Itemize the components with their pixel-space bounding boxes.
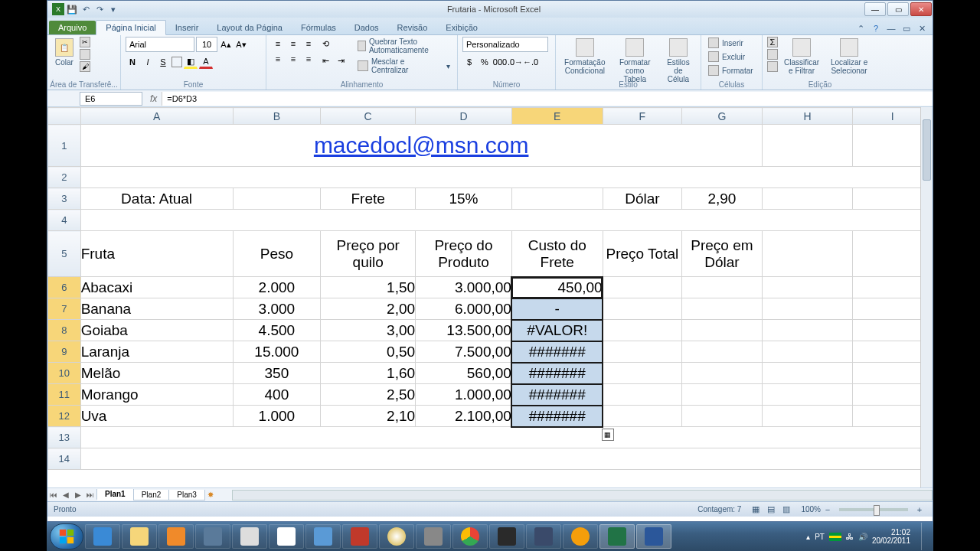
align-top-icon[interactable]: ≡ [271, 37, 285, 51]
scrollbar-thumb[interactable] [923, 119, 931, 181]
sheet-nav-next-icon[interactable]: ▶ [72, 491, 84, 499]
currency-icon[interactable]: $ [462, 55, 476, 69]
increase-decimal-icon[interactable]: .0→ [508, 55, 522, 69]
sheet-tab-plan3[interactable]: Plan3 [168, 490, 205, 500]
wrap-text-button[interactable]: Quebrar Texto Automaticamente [355, 37, 452, 55]
copy-icon[interactable] [80, 49, 90, 60]
show-desktop-button[interactable] [921, 523, 930, 550]
comma-icon[interactable]: 000 [493, 55, 507, 69]
cell-A3[interactable]: Data: Atual [80, 188, 233, 210]
merge-center-button[interactable]: Mesclar e Centralizar▾ [355, 57, 452, 75]
task-word[interactable] [636, 524, 671, 549]
decrease-indent-icon[interactable]: ⇤ [318, 54, 332, 67]
mdi-min-icon[interactable]: — [885, 22, 897, 34]
cut-icon[interactable]: ✂ [80, 37, 90, 47]
border-button[interactable] [172, 57, 182, 67]
sheet-tab-plan1[interactable]: Plan1 [96, 489, 134, 500]
col-D[interactable]: D [416, 108, 512, 125]
conditional-formatting-button[interactable]: Formatação Condicional [560, 37, 609, 77]
task-moviemaker[interactable] [232, 524, 267, 549]
task-app4[interactable] [416, 524, 451, 549]
task-ie[interactable] [85, 524, 120, 549]
task-browser2[interactable] [305, 524, 341, 549]
sheet-nav-first-icon[interactable]: ⏮ [47, 491, 60, 499]
qat-dropdown-icon[interactable]: ▾ [107, 3, 119, 15]
fx-icon[interactable]: fx [145, 93, 162, 104]
number-format-select[interactable] [462, 37, 548, 52]
select-all-button[interactable] [48, 108, 81, 125]
hdr-preco-total[interactable]: Preço Total [603, 231, 682, 277]
name-box[interactable] [80, 92, 142, 106]
task-calendar[interactable] [269, 524, 304, 549]
tab-insert[interactable]: Inserir [166, 21, 208, 34]
title-cell[interactable]: macedocl@msn.com [80, 125, 762, 167]
col-B[interactable]: B [233, 108, 321, 125]
help-icon[interactable]: ? [870, 22, 882, 34]
fill-icon[interactable] [767, 49, 778, 60]
view-layout-icon[interactable]: ▤ [764, 503, 778, 517]
task-camera[interactable] [489, 524, 524, 549]
tray-flag-icon[interactable] [829, 533, 841, 541]
task-avast[interactable] [563, 524, 598, 549]
col-G[interactable]: G [682, 108, 763, 125]
maximize-button[interactable]: ▭ [887, 2, 909, 16]
align-left-icon[interactable]: ≡ [271, 52, 285, 66]
spreadsheet-grid[interactable]: A B C D E F G H I 1 macedocl@msn.com 2 3… [47, 107, 933, 487]
orientation-icon[interactable]: ⟲ [318, 37, 332, 51]
italic-button[interactable]: I [141, 55, 155, 69]
task-app3[interactable] [342, 524, 377, 549]
mdi-close-icon[interactable]: ✕ [916, 22, 928, 34]
align-middle-icon[interactable]: ≡ [286, 37, 300, 51]
zoom-slider[interactable] [839, 508, 908, 511]
cell-styles-button[interactable]: Estilos de Célula [661, 37, 696, 85]
sheet-tab-plan2[interactable]: Plan2 [133, 490, 170, 500]
format-table-button[interactable]: Formatar como Tabela [612, 37, 658, 85]
minimize-button[interactable]: — [864, 2, 886, 16]
hdr-preco-produto[interactable]: Preço do Produto [416, 231, 512, 277]
file-tab[interactable]: Arquivo [49, 21, 96, 34]
hdr-fruta[interactable]: Fruta [80, 231, 233, 277]
new-sheet-icon[interactable]: ✸ [204, 491, 217, 499]
task-wmp[interactable] [158, 524, 194, 549]
hdr-peso[interactable]: Peso [233, 231, 321, 277]
delete-cells-button[interactable]: Excluir [706, 51, 756, 63]
col-F[interactable]: F [603, 108, 682, 125]
shrink-font-icon[interactable]: A▾ [234, 37, 248, 51]
tab-layout[interactable]: Layout da Página [207, 21, 292, 34]
format-cells-button[interactable]: Formatar [706, 64, 756, 77]
hdr-preco-dolar[interactable]: Preço em Dólar [682, 231, 763, 277]
clear-icon[interactable] [767, 61, 778, 72]
vertical-scrollbar[interactable] [920, 107, 933, 487]
hdr-preco-quilo[interactable]: Preço por quilo [321, 231, 416, 277]
task-excel[interactable] [599, 524, 635, 549]
align-bottom-icon[interactable]: ≡ [302, 37, 315, 51]
decrease-decimal-icon[interactable]: ←.0 [524, 55, 537, 69]
font-name-select[interactable] [126, 37, 194, 52]
tray-expand-icon[interactable]: ▴ [806, 533, 810, 541]
task-disc[interactable] [379, 524, 414, 549]
formula-input[interactable] [162, 92, 933, 106]
col-C[interactable]: C [321, 108, 416, 125]
mdi-restore-icon[interactable]: ▭ [900, 22, 913, 34]
minimize-ribbon-icon[interactable]: ⌃ [854, 22, 867, 34]
percent-icon[interactable]: % [478, 55, 492, 69]
view-pagebreak-icon[interactable]: ▥ [779, 503, 793, 517]
tab-review[interactable]: Revisão [388, 21, 437, 34]
insert-cells-button[interactable]: Inserir [706, 37, 756, 49]
autofill-options-icon[interactable]: ▦ [602, 429, 614, 441]
redo-icon[interactable]: ↷ [93, 3, 106, 15]
undo-icon[interactable]: ↶ [80, 3, 92, 15]
zoom-level[interactable]: 100% [801, 505, 821, 514]
tray-lang[interactable]: PT [815, 533, 825, 541]
tray-volume-icon[interactable]: 🔊 [858, 533, 867, 541]
cell-G3[interactable]: 2,90 [682, 188, 763, 210]
tab-formulas[interactable]: Fórmulas [292, 21, 345, 34]
align-center-icon[interactable]: ≡ [286, 52, 300, 66]
grow-font-icon[interactable]: A▴ [219, 37, 233, 51]
format-painter-icon[interactable]: 🖌 [80, 61, 90, 72]
close-button[interactable]: ✕ [910, 2, 932, 16]
tab-view[interactable]: Exibição [436, 21, 487, 34]
sheet-nav-prev-icon[interactable]: ◀ [60, 491, 72, 499]
autosum-icon[interactable]: Σ [767, 37, 778, 47]
font-color-button[interactable]: A [199, 55, 213, 69]
